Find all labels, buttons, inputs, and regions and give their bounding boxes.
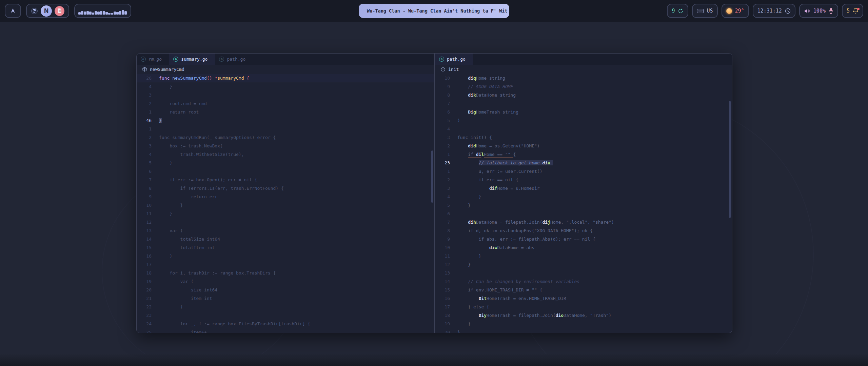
code-line: 19 var ( <box>137 277 434 286</box>
clock-widget[interactable]: 12:31:12 <box>753 4 795 18</box>
code-line: 10 diwDataHome = abs <box>435 243 732 252</box>
code-line: 15 if env.HOME_TRASH_DIR ≠ "" { <box>435 286 732 294</box>
code-line: 3 box := trash.NewBox( <box>137 142 434 150</box>
code-line: 4 <box>435 125 732 133</box>
visualizer-bar <box>97 12 100 15</box>
code-line: 2 if err == nil { <box>435 176 732 184</box>
code-line: 3 difHome = u.HomeDir <box>435 184 732 192</box>
taskbar-dock: N <box>26 4 69 18</box>
visualizer-bar <box>81 11 83 15</box>
code-text: } <box>457 320 471 328</box>
code-text: box := trash.NewBox( <box>159 142 223 150</box>
code-text: trash.WithGetSize(true), <box>159 150 244 159</box>
line-number: 16 <box>137 252 152 260</box>
weather-widget[interactable]: 29° <box>722 4 749 18</box>
sun-icon <box>726 8 732 14</box>
code-line: 18 DiyHomeTrash = filepath.Join(dioDataH… <box>435 311 732 320</box>
code-line: 16 DitHomeTrash = env.HOME_TRASH_DIR <box>435 294 732 303</box>
app-launcher-button[interactable] <box>5 4 21 18</box>
line-number: 9 <box>435 235 450 243</box>
line-number: 6 <box>435 108 450 116</box>
right-code-area[interactable]: 10 diqHome string9 // $XDG_DATA_HOME8 di… <box>435 74 732 333</box>
speaker-icon <box>804 8 810 14</box>
updates-widget[interactable]: 9 <box>667 4 688 18</box>
code-line: 9 if abs, err := filepath.Abs(d); err ==… <box>435 235 732 243</box>
code-text: totalSize int64 <box>159 235 220 243</box>
code-line: 3 <box>137 91 434 99</box>
code-line: 5 } <box>435 201 732 209</box>
code-text: } else { <box>457 303 489 311</box>
code-line: 16 ) <box>137 252 434 260</box>
code-line: 10 } <box>137 201 434 209</box>
now-playing-text: Wu-Tang Clan - Wu-Tang Clan Ain't Nuthin… <box>367 8 508 14</box>
line-number: 23 <box>137 311 152 320</box>
line-number: 10 <box>137 201 152 209</box>
line-number: 1 <box>137 108 152 116</box>
document-app-icon[interactable] <box>55 6 64 16</box>
code-line: 7 <box>435 99 732 108</box>
code-line: 4 trash.WithGetSize(true), <box>137 150 434 159</box>
tab-path-go-left[interactable]: G path.go <box>215 54 253 65</box>
visualizer-bar <box>86 11 89 15</box>
editor-pane-left: G rm.go G summary.go G path.go newSummar… <box>137 54 434 333</box>
n-app-icon[interactable]: N <box>41 5 52 17</box>
line-number: 3 <box>435 133 450 142</box>
code-text: if d, ok := os.LookupEnv("XDG_DATA_HOME"… <box>457 226 593 235</box>
now-playing-widget[interactable]: Wu-Tang Clan - Wu-Tang Clan Ain't Nuthin… <box>359 4 509 18</box>
visualizer-bar <box>124 11 127 15</box>
tab-summary-go[interactable]: G summary.go <box>169 54 215 65</box>
browser-globe-icon[interactable] <box>31 7 38 15</box>
code-line: 4 } <box>435 192 732 201</box>
code-text: // Can be changed by environment variabl… <box>457 277 579 286</box>
code-line: 8 if d, ok := os.LookupEnv("XDG_DATA_HOM… <box>435 226 732 235</box>
code-text: root.cmd = cmd <box>159 99 207 108</box>
line-number: 7 <box>137 176 152 184</box>
line-number: 13 <box>435 269 450 277</box>
code-text: return root <box>159 108 199 116</box>
line-number: 8 <box>137 184 152 192</box>
left-scrollbar-thumb[interactable] <box>431 150 433 203</box>
code-line: 19 } <box>435 320 732 328</box>
launcher-arrow-icon <box>9 7 16 14</box>
code-line: 20 size int64 <box>137 286 434 294</box>
code-line: 2 didHome = os.Getenv("HOME") <box>435 142 732 150</box>
notifications-widget[interactable]: 5 <box>842 4 863 18</box>
line-number: 23 <box>435 159 450 167</box>
volume-widget[interactable]: 100% <box>799 4 838 18</box>
code-text: func init() { <box>457 133 492 142</box>
line-number: 15 <box>137 243 152 252</box>
code-line: 4 } <box>137 82 434 91</box>
line-number: 2 <box>435 142 450 150</box>
line-number: 7 <box>435 99 450 108</box>
code-line: 46} <box>137 116 434 125</box>
editor-pane-right: G path.go init 10 diqHome string9 // $XD… <box>434 54 732 333</box>
visualizer-bar <box>92 13 94 15</box>
tab-rm-go[interactable]: G rm.go <box>137 54 169 65</box>
right-scrollbar-thumb[interactable] <box>729 101 731 218</box>
keyboard-layout-widget[interactable]: US <box>692 4 717 18</box>
code-text: var ( <box>159 226 183 235</box>
visualizer-bar <box>105 12 108 15</box>
line-number: 1 <box>435 167 450 176</box>
code-text: for i, trashDir := range box.TrashDirs { <box>159 269 276 277</box>
code-text: } <box>457 328 460 333</box>
line-number: 4 <box>137 150 152 159</box>
volume-level: 100% <box>813 8 826 14</box>
line-number: 2 <box>435 176 450 184</box>
line-number: 17 <box>435 303 450 311</box>
weather-temp: 29° <box>735 8 744 14</box>
line-number: 12 <box>435 260 450 269</box>
visualizer-bar <box>116 12 119 15</box>
right-breadcrumb: init <box>435 65 732 74</box>
code-line: 11 } <box>137 209 434 218</box>
line-number: 1 <box>137 125 152 133</box>
left-code-area[interactable]: 26func newSummaryCmd() *summaryCmd {4 }3… <box>137 74 434 333</box>
tab-path-go[interactable]: G path.go <box>435 54 473 65</box>
code-text: if err := box.Open(); err ≠ nil { <box>159 176 257 184</box>
code-text: } <box>457 201 471 209</box>
line-number: 6 <box>137 167 152 176</box>
code-line: 8 if !errors.Is(err, trash.ErrNotFound) … <box>137 184 434 192</box>
code-line: 23 <box>137 311 434 320</box>
editor-window: G rm.go G summary.go G path.go newSummar… <box>136 53 732 333</box>
line-number: 14 <box>137 235 152 243</box>
